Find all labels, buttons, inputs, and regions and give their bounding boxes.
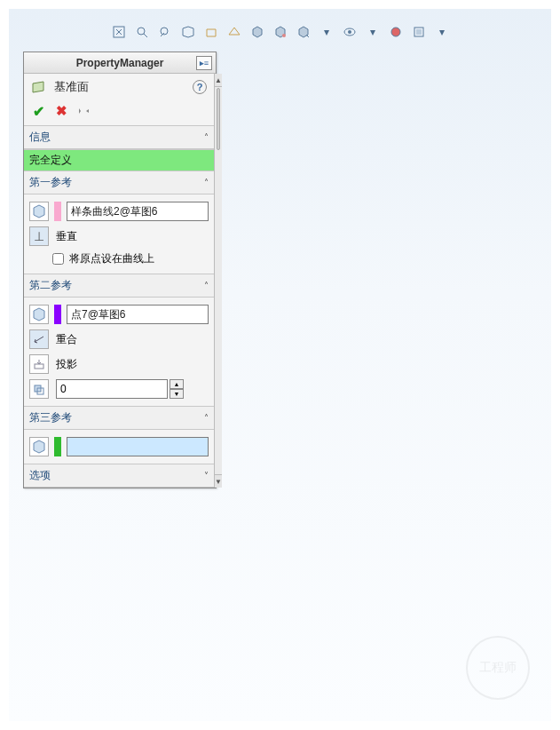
- viewport[interactable]: ▾ ▾ ▾ PropertyManager ▸≡ 基准面 ? ✔ ✖: [9, 9, 551, 721]
- project-icon[interactable]: [29, 354, 49, 374]
- svg-point-19: [391, 28, 400, 36]
- origin-point[interactable]: [324, 420, 333, 429]
- feature-name: 基准面: [54, 79, 89, 95]
- offset-icon[interactable]: [29, 379, 49, 399]
- ref1-input[interactable]: [67, 202, 209, 221]
- svg-point-11: [287, 337, 290, 341]
- offset-spinner: ▲ ▼: [56, 379, 184, 399]
- svg-point-7: [224, 169, 460, 236]
- appearance-icon[interactable]: [387, 23, 405, 41]
- panel-scrollbar[interactable]: ▲ ▼: [214, 74, 222, 488]
- preview-plane: [231, 416, 479, 469]
- spin-up-button[interactable]: ▲: [170, 379, 184, 389]
- ref2-constraint2-label: 投影: [56, 357, 77, 372]
- ok-button[interactable]: ✔: [31, 104, 45, 118]
- section-ref2-body: 重合 投影 ▲ ▼: [24, 298, 214, 406]
- pm-expand-button[interactable]: ▸≡: [196, 56, 212, 70]
- chevron-down-icon[interactable]: ▾: [433, 23, 451, 41]
- pm-title-bar: PropertyManager ▸≡: [24, 52, 216, 74]
- action-row: ✔ ✖: [24, 100, 214, 125]
- svg-rect-5: [552, 2, 558, 728]
- property-manager-panel: PropertyManager ▸≡ 基准面 ? ✔ ✖ 信息˄ 完全定义: [23, 52, 217, 488]
- svg-rect-4: [2, 2, 8, 728]
- origin-on-curve-checkbox[interactable]: [52, 253, 64, 265]
- pin-button[interactable]: [77, 104, 91, 118]
- ref-entity-icon[interactable]: [29, 202, 49, 221]
- svg-point-14: [138, 28, 145, 35]
- svg-rect-3: [2, 722, 558, 728]
- ref2-input[interactable]: [67, 305, 209, 324]
- svg-rect-21: [416, 29, 422, 35]
- chevron-down-icon[interactable]: ▾: [318, 23, 335, 41]
- feature-title-row: 基准面 ?: [24, 74, 214, 100]
- chevron-down-icon[interactable]: ▾: [364, 23, 382, 41]
- perpendicular-icon[interactable]: ⊥: [29, 226, 49, 246]
- ref1-constraint-label: 垂直: [56, 229, 77, 244]
- cube3-icon[interactable]: [295, 23, 312, 41]
- watermark: 工程师: [466, 636, 530, 700]
- section-ref1-header[interactable]: 第一参考˄: [24, 171, 214, 194]
- zoom-fit-icon[interactable]: [110, 23, 128, 41]
- spline-handle-1[interactable]: [282, 604, 289, 611]
- scroll-thumb[interactable]: [217, 88, 220, 150]
- ref3-color-swatch: [54, 437, 61, 456]
- display-style-icon[interactable]: [225, 23, 243, 41]
- scroll-up-button[interactable]: ▲: [215, 74, 222, 87]
- section-view-icon[interactable]: [179, 23, 197, 41]
- heads-up-toolbar: ▾ ▾ ▾: [9, 21, 551, 46]
- svg-point-10: [340, 199, 343, 202]
- section-info-header[interactable]: 信息˄: [24, 125, 214, 149]
- svg-point-16: [282, 34, 286, 37]
- ref-entity-icon[interactable]: [29, 437, 49, 456]
- normal-arrow[interactable]: [323, 400, 334, 423]
- spline-handle-2[interactable]: [356, 606, 363, 613]
- spin-down-button[interactable]: ▼: [170, 389, 184, 399]
- ref3-input[interactable]: [67, 437, 209, 456]
- view-orient-icon[interactable]: [202, 23, 220, 41]
- cancel-button[interactable]: ✖: [54, 104, 68, 118]
- svg-rect-22: [35, 364, 43, 369]
- svg-rect-2: [2, 2, 558, 8]
- svg-point-15: [161, 28, 168, 35]
- svg-point-18: [348, 30, 351, 34]
- zoom-area-icon[interactable]: [133, 23, 151, 41]
- scene-icon[interactable]: [410, 23, 428, 41]
- ref-entity-icon[interactable]: [29, 305, 49, 324]
- section-ref2-header[interactable]: 第二参考˄: [24, 274, 214, 298]
- svg-point-8: [106, 571, 275, 646]
- origin-on-curve-label: 将原点设在曲线上: [69, 251, 154, 266]
- svg-point-12: [327, 402, 330, 406]
- ref1-color-swatch: [54, 202, 61, 221]
- section-ref1-body: ⊥ 垂直 将原点设在曲线上: [24, 194, 214, 274]
- section-ref3-header[interactable]: 第三参考˄: [24, 406, 214, 430]
- prev-view-icon[interactable]: [156, 23, 174, 41]
- plane-icon: [31, 80, 47, 94]
- ref2-color-swatch: [54, 305, 61, 324]
- scroll-down-button[interactable]: ▼: [215, 474, 222, 488]
- cube2-icon[interactable]: [272, 23, 289, 41]
- ref2-constraint1-label: 重合: [56, 332, 77, 347]
- offset-input[interactable]: [56, 379, 168, 399]
- section-options-header[interactable]: 选项˅: [24, 464, 214, 488]
- cube-icon[interactable]: [248, 23, 266, 41]
- hide-show-icon[interactable]: [341, 23, 359, 41]
- section-ref3-body: [24, 430, 214, 464]
- spline-curve: [286, 400, 359, 609]
- coincident-icon[interactable]: [29, 329, 49, 349]
- pm-title: PropertyManager: [76, 57, 164, 69]
- status-fully-defined: 完全定义: [24, 149, 214, 171]
- help-button[interactable]: ?: [193, 80, 207, 94]
